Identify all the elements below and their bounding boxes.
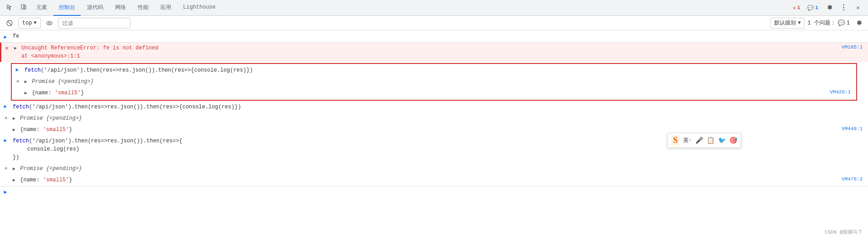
fetch2-promise-line: ◀ ▶ Promise {<pending>} [0, 113, 868, 124]
console-settings-button[interactable] [853, 17, 864, 29]
tab-elements[interactable]: 元素 [31, 0, 53, 16]
fetch3-arrow[interactable]: ▶ [0, 136, 11, 143]
header-right-icons: ✕ 1 💬 1 ⋮ ✕ [790, 1, 864, 14]
result2-arrow[interactable]: ▶ [13, 127, 15, 133]
tab-console[interactable]: 控制台 [53, 0, 81, 16]
filter-input[interactable] [58, 18, 130, 29]
context-selector[interactable]: top ▼ [18, 18, 41, 29]
prompt-icon: ▶ [0, 187, 11, 195]
fetch2-arrow[interactable]: ▶ [0, 102, 11, 109]
fetch2-code: fetch('/api/json').then(res=>res.json())… [11, 102, 868, 112]
error-expand-arrow[interactable]: ▶ Uncaught ReferenceError: fe is not def… [14, 45, 159, 51]
settings-button[interactable] [823, 1, 835, 14]
fetch3-result-content: ▶ {name: 'small5'} [11, 175, 842, 185]
message-count-badge[interactable]: 💬 1 [805, 4, 821, 12]
svg-point-5 [48, 22, 50, 24]
sogou-toolbar: S 英· 🎤 📋 🐦 🎯 [667, 133, 741, 148]
sogou-mic-icon[interactable]: 🎤 [695, 137, 703, 144]
devtools-tab-bar: 元素 控制台 源代码 网络 性能 应用 Lighthouse ✕ 1 💬 1 ⋮… [0, 0, 868, 16]
fe-code: fe [11, 31, 868, 41]
fetch1-code: fetch('/api/json').then(res=>res.json())… [23, 65, 856, 75]
fetch1-return-icon: ◀ [12, 77, 23, 84]
tab-application[interactable]: 应用 [155, 0, 177, 16]
eye-filter-button[interactable] [43, 17, 55, 29]
error-content: ▶ Uncaught ReferenceError: fe is not def… [12, 43, 842, 61]
fetch3-promise-content: ▶ Promise {<pending>} [11, 164, 868, 174]
error-icon: ✕ [1, 43, 12, 52]
fetch2-return-icon: ◀ [0, 113, 11, 121]
fetch1-promise-line: ◀ ▶ Promise {<pending>} [12, 76, 856, 88]
console-toolbar: top ▼ 默认级别 ▼ 1 个问题： 💬 1 [0, 16, 868, 30]
error-source-link[interactable]: VM185:1 [842, 43, 868, 50]
sogou-table-icon[interactable]: 📋 [707, 137, 714, 144]
fetch3-source[interactable]: VM476:2 [842, 175, 868, 182]
fetch1-result-line: ▶ {name: 'small5'} VM426:1 [12, 88, 856, 99]
fetch2-promise-content: ▶ Promise {<pending>} [11, 113, 868, 123]
fetch1-arrow[interactable]: ▶ [12, 65, 23, 73]
console-content: ▶ fe ✕ ▶ Uncaught ReferenceError: fe is … [0, 30, 868, 239]
main-container: top ▼ 默认级别 ▼ 1 个问题： 💬 1 [0, 16, 868, 239]
console-toolbar-right: 默认级别 ▼ 1 个问题： 💬 1 [770, 17, 864, 29]
attribution-text: CSDN @搜捕马了 [825, 229, 863, 235]
level-selector[interactable]: 默认级别 ▼ [770, 18, 805, 29]
error-stack: at <anonymous>:1:1 [14, 52, 840, 60]
tab-performance[interactable]: 性能 [132, 0, 154, 16]
sogou-target-icon[interactable]: 🎯 [729, 137, 737, 144]
error-count-badge[interactable]: ✕ 1 [790, 4, 803, 12]
sogou-cn-label[interactable]: 英· [683, 137, 692, 144]
inspect-icon[interactable] [4, 1, 16, 14]
error-line-1: ✕ ▶ Uncaught ReferenceError: fe is not d… [0, 43, 868, 62]
console-input-line: ▶ [0, 186, 868, 196]
fetch3-result-line: ▶ {name: 'small5'} VM476:2 [0, 175, 868, 186]
input-arrow-fe[interactable]: ▶ [0, 33, 11, 40]
fetch1-promise-content: ▶ Promise {<pending>} [23, 77, 856, 87]
fetch2-input-line: ▶ fetch('/api/json').then(res=>res.json(… [0, 102, 868, 113]
issues-badge[interactable]: 1 个问题： 💬 1 [807, 19, 850, 27]
fetch3-return-icon: ◀ [0, 164, 11, 171]
tab-lighthouse[interactable]: Lighthouse [178, 0, 221, 16]
fetch1-input-line: ▶ fetch('/api/json').then(res=>res.json(… [12, 65, 856, 76]
close-devtools-button[interactable]: ✕ [852, 1, 864, 14]
sogou-logo: S [671, 135, 680, 146]
fetch1-source[interactable]: VM426:1 [830, 88, 856, 95]
tab-network[interactable]: 网络 [110, 0, 131, 16]
fetch2-source[interactable]: VM449:1 [842, 125, 868, 132]
fetch1-result-content: ▶ {name: 'small5'} [23, 88, 830, 98]
svg-point-4 [47, 21, 52, 25]
promise3-arrow[interactable]: ▶ [13, 166, 15, 172]
console-input-area[interactable] [11, 187, 868, 195]
more-options-button[interactable]: ⋮ [837, 1, 850, 14]
tab-sources[interactable]: 源代码 [82, 0, 109, 16]
device-toolbar-icon[interactable] [17, 1, 30, 14]
sogou-bird-icon[interactable]: 🐦 [718, 137, 726, 144]
result3-arrow[interactable]: ▶ [13, 177, 15, 184]
red-bordered-section: ▶ fetch('/api/json').then(res=>res.json(… [11, 63, 857, 101]
promise1-arrow[interactable]: ▶ [24, 78, 27, 85]
console-line-fe: ▶ fe [0, 30, 868, 43]
clear-console-button[interactable] [4, 17, 15, 29]
promise2-arrow[interactable]: ▶ [13, 115, 15, 122]
fetch3-promise-line: ◀ ▶ Promise {<pending>} [0, 163, 868, 175]
svg-line-3 [8, 21, 11, 25]
result1-arrow[interactable]: ▶ [24, 90, 27, 97]
